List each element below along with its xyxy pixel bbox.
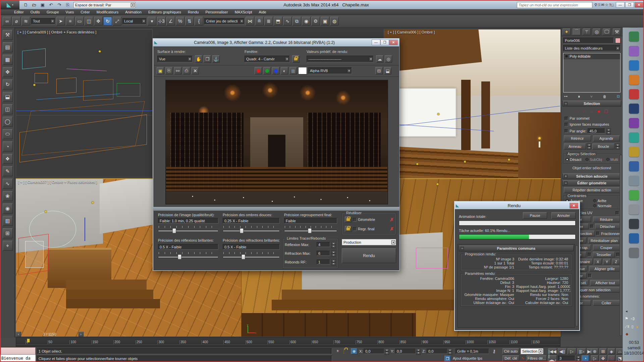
current-frame-field[interactable]: 3 [558,356,575,361]
common-parameters-rollout[interactable]: −Paramètres communs [459,245,574,251]
keyfilter-curve-icon[interactable]: ∿ [521,356,524,360]
unhide-all-button[interactable]: Afficher tout [590,280,620,286]
play-button[interactable]: ▷ [568,348,576,354]
rendered-image[interactable] [165,80,388,204]
mirror-icon[interactable]: ⋈ [246,17,254,25]
tab-modify-icon[interactable]: ⌒ [573,28,581,35]
progress-titlebar[interactable]: ◣ Rendu ✕ [455,202,579,209]
left-toolbar-icon-12[interactable]: ✎ [3,166,13,176]
new-file-icon[interactable]: 🗋 [22,1,30,9]
set-key-button[interactable]: Déf. clé [502,355,519,361]
collapse-button[interactable]: Réduire [593,217,620,222]
left-toolbar-icon-5[interactable]: ↻ [3,79,13,89]
rfw-titlebar[interactable]: ◣ Caméra006, Image 3, Afficher Gamma: 2.… [153,39,399,47]
mr-glossy-refl-slider[interactable] [158,256,218,258]
constraint-normal-radio[interactable] [593,204,596,207]
rfw-viewport-dropdown[interactable]: Quadr. 4 - Camér [245,56,290,62]
timeline-tick[interactable]: 1000 [466,340,488,344]
schematic-view-icon[interactable]: ⧉ [292,17,301,25]
shrink-button[interactable]: Rétrécir [564,135,591,141]
y-spinner[interactable]: ▲▼ [416,349,421,354]
next-frame-button[interactable]: ||▷ [577,348,586,354]
detach-button[interactable]: Détacher [595,224,620,229]
timeline-tick[interactable]: 650 [312,340,334,344]
render-production-icon[interactable]: ◍ [330,17,339,25]
search-input[interactable] [517,2,592,8]
rfw-viewport-lock-icon[interactable]: ⚓ [212,55,220,63]
mr-fg-bounces-spinner[interactable]: ▲▼ [331,259,336,264]
select-and-scale-icon[interactable]: ⤢ [113,17,121,25]
menu-item-aide[interactable]: Aide [256,9,270,15]
modifier-list-dropdown[interactable]: Liste des modificateurs [563,45,621,51]
graphite-ribbon-icon[interactable]: ⬒ [274,17,282,25]
time-slider-handle[interactable] [27,339,30,343]
redo-icon[interactable]: ↷ [56,1,63,9]
tray-flag-icon[interactable]: ⚑ [625,316,628,321]
rfw-red-channel-icon[interactable] [255,67,262,74]
tray-expand-icon[interactable]: ◂ [626,309,628,313]
restore-button[interactable]: ❐ [625,2,634,8]
timeline-tick[interactable]: 1100 [509,340,532,344]
tab-utilities-icon[interactable]: ⚒ [613,28,621,35]
orbit-icon[interactable]: ☉ [608,355,615,361]
tray-battery-icon[interactable]: ▯ [632,324,634,329]
menu-item-groupe[interactable]: Groupe [43,9,62,15]
rfw-alpha-channel-icon[interactable]: ▦ [289,67,297,74]
viewport-top-left-label[interactable]: [ + ] [ Caméra009 ] [ Ombré + Faces déli… [17,30,96,34]
rfw-edit-region-icon[interactable]: ✋ [195,55,202,63]
subobj-polygon-icon[interactable]: ■ [597,109,600,114]
menu-item-animation[interactable]: Animation [122,9,145,15]
soft-selection-rollout-header[interactable]: +Sélection adoucie [562,173,621,179]
absolute-mode-toggle[interactable]: ⊗ [351,348,357,354]
show-end-result-icon[interactable]: ∎ [578,94,580,99]
viewport-top-left[interactable]: ✺ ✺ [16,29,153,177]
rfw-render-setup-icon[interactable]: ☁ [376,55,383,63]
rfw-green-channel-icon[interactable] [263,67,271,74]
menu-item-modificateurs[interactable]: Modificateurs [93,9,122,15]
timeline-tick[interactable]: 700 [333,340,356,344]
render-setup-icon[interactable]: ⚙ [311,17,320,25]
timeline-tick[interactable]: 1050 [487,340,509,344]
tray-clock[interactable]: 00:53 samedi 18/10/2014 [623,340,644,356]
reset-plane-button[interactable]: Réinitialiser plan [588,238,620,243]
save-file-icon[interactable]: ▣ [39,1,46,9]
rfw-autoregion-icon[interactable]: ❐ [204,55,211,63]
selection-filter-dropdown[interactable]: Tout [31,18,55,24]
frame-spinner[interactable]: ▲▼ [576,356,581,361]
rect-selection-region-icon[interactable]: ▭ [75,17,84,25]
tab-motion-icon[interactable]: ◎ [593,28,601,35]
timeline-tick[interactable]: 850 [399,340,422,344]
left-toolbar-icon-15[interactable]: ◉ [3,203,13,214]
by-angle-field[interactable]: 45,0 [588,128,605,133]
timeline-tick[interactable]: 550 [267,340,289,344]
by-angle-checkbox[interactable] [565,129,568,133]
taskbar-icon-9[interactable] [629,118,639,128]
preview-multi-radio[interactable] [606,158,609,161]
align-icon[interactable]: ≞ [255,17,264,25]
panel-scrollbar[interactable] [620,155,622,336]
taskbar-icon-11[interactable] [629,147,639,157]
rfw-close-button[interactable]: ✕ [389,40,398,45]
taskbar-icon-8[interactable] [629,104,639,114]
taskbar-icon-3[interactable] [629,32,639,42]
close-button[interactable]: ✕ [635,2,643,8]
select-object-icon[interactable]: ➤ [56,17,65,25]
rfw-minimize-button[interactable]: — [372,40,380,45]
material-editor-icon[interactable]: ◉ [302,17,311,25]
taskbar-icon-14[interactable] [629,190,639,200]
tab-create-icon[interactable]: ✦ [562,28,571,35]
timeline-tick[interactable]: 750 [356,340,378,344]
tab-display-icon[interactable]: 🖵 [603,28,611,35]
left-toolbar-icon-8[interactable]: ◯ [3,117,13,127]
undo-icon[interactable]: ↶ [47,1,55,9]
taskbar-icon-5[interactable] [629,60,639,70]
taskbar-icon-7[interactable] [629,89,639,99]
welcome-window-fragment[interactable] [1,347,36,355]
timeline-tick[interactable]: 950 [443,340,466,344]
pin-stack-icon[interactable]: ⊶ [564,94,568,99]
time-tag-icon[interactable]: ❐ [444,356,451,362]
taskbar-icon-17[interactable] [629,233,639,243]
by-vertex-checkbox[interactable] [565,117,568,120]
menu-item-créer[interactable]: Créer [77,9,93,15]
y-coordinate-field[interactable]: 0,0 [395,349,416,354]
